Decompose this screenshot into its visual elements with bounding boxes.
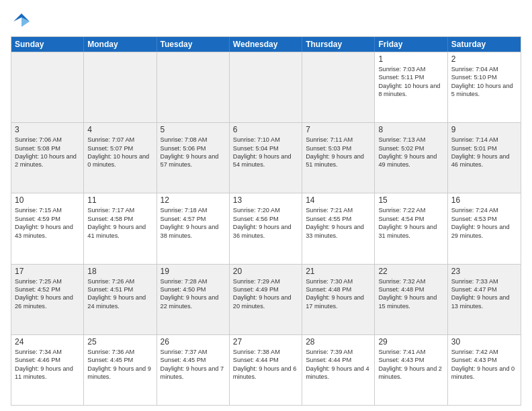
cell-info: Sunrise: 7:06 AM Sunset: 5:08 PM Dayligh… xyxy=(15,136,80,169)
calendar-cell: 1Sunrise: 7:03 AM Sunset: 5:11 PM Daylig… xyxy=(375,52,447,122)
day-number: 7 xyxy=(306,125,371,134)
cell-info: Sunrise: 7:38 AM Sunset: 4:44 PM Dayligh… xyxy=(233,348,298,381)
calendar-cell: 21Sunrise: 7:30 AM Sunset: 4:48 PM Dayli… xyxy=(302,265,375,334)
day-number: 23 xyxy=(451,267,517,276)
cell-info: Sunrise: 7:04 AM Sunset: 5:10 PM Dayligh… xyxy=(451,65,517,99)
cell-info: Sunrise: 7:37 AM Sunset: 4:45 PM Dayligh… xyxy=(161,348,226,381)
day-number: 16 xyxy=(451,195,517,205)
day-number: 2 xyxy=(451,54,517,64)
header-day-tuesday: Tuesday xyxy=(157,37,230,52)
day-number: 8 xyxy=(378,125,443,134)
cell-info: Sunrise: 7:18 AM Sunset: 4:57 PM Dayligh… xyxy=(161,206,226,240)
cell-info: Sunrise: 7:26 AM Sunset: 4:51 PM Dayligh… xyxy=(87,277,152,311)
calendar-row-1: 3Sunrise: 7:06 AM Sunset: 5:08 PM Daylig… xyxy=(11,122,521,193)
cell-info: Sunrise: 7:24 AM Sunset: 4:53 PM Dayligh… xyxy=(451,206,517,240)
calendar-cell xyxy=(230,52,302,122)
calendar-row-4: 24Sunrise: 7:34 AM Sunset: 4:46 PM Dayli… xyxy=(11,334,521,405)
calendar-cell: 22Sunrise: 7:32 AM Sunset: 4:48 PM Dayli… xyxy=(375,265,447,334)
cell-info: Sunrise: 7:13 AM Sunset: 5:02 PM Dayligh… xyxy=(378,136,443,169)
logo-icon xyxy=(11,11,32,32)
calendar-cell: 5Sunrise: 7:08 AM Sunset: 5:06 PM Daylig… xyxy=(157,123,230,193)
calendar-cell: 3Sunrise: 7:06 AM Sunset: 5:08 PM Daylig… xyxy=(11,123,84,193)
cell-info: Sunrise: 7:32 AM Sunset: 4:48 PM Dayligh… xyxy=(378,277,443,311)
calendar-cell: 20Sunrise: 7:29 AM Sunset: 4:49 PM Dayli… xyxy=(230,265,302,334)
calendar-cell: 4Sunrise: 7:07 AM Sunset: 5:07 PM Daylig… xyxy=(84,123,157,193)
calendar-cell: 2Sunrise: 7:04 AM Sunset: 5:10 PM Daylig… xyxy=(448,52,521,122)
cell-info: Sunrise: 7:36 AM Sunset: 4:45 PM Dayligh… xyxy=(87,348,152,381)
cell-info: Sunrise: 7:25 AM Sunset: 4:52 PM Dayligh… xyxy=(15,277,80,311)
calendar-cell: 11Sunrise: 7:17 AM Sunset: 4:58 PM Dayli… xyxy=(84,193,157,263)
day-number: 1 xyxy=(378,54,443,64)
day-number: 28 xyxy=(306,337,371,347)
calendar-row-2: 10Sunrise: 7:15 AM Sunset: 4:59 PM Dayli… xyxy=(11,193,521,263)
day-number: 10 xyxy=(15,195,80,205)
cell-info: Sunrise: 7:10 AM Sunset: 5:04 PM Dayligh… xyxy=(233,136,298,169)
cell-info: Sunrise: 7:14 AM Sunset: 5:01 PM Dayligh… xyxy=(451,136,517,169)
day-number: 6 xyxy=(233,125,298,134)
cell-info: Sunrise: 7:41 AM Sunset: 4:43 PM Dayligh… xyxy=(378,348,443,381)
calendar-cell: 16Sunrise: 7:24 AM Sunset: 4:53 PM Dayli… xyxy=(448,193,521,263)
calendar-cell xyxy=(157,52,230,122)
cell-info: Sunrise: 7:11 AM Sunset: 5:03 PM Dayligh… xyxy=(306,136,371,169)
calendar-cell: 30Sunrise: 7:42 AM Sunset: 4:43 PM Dayli… xyxy=(448,335,521,405)
calendar-cell: 17Sunrise: 7:25 AM Sunset: 4:52 PM Dayli… xyxy=(11,265,84,334)
calendar-row-3: 17Sunrise: 7:25 AM Sunset: 4:52 PM Dayli… xyxy=(11,264,521,334)
calendar-cell: 7Sunrise: 7:11 AM Sunset: 5:03 PM Daylig… xyxy=(302,123,375,193)
cell-info: Sunrise: 7:21 AM Sunset: 4:55 PM Dayligh… xyxy=(306,206,371,240)
header-day-saturday: Saturday xyxy=(448,37,521,52)
day-number: 27 xyxy=(233,337,298,347)
calendar-cell: 19Sunrise: 7:28 AM Sunset: 4:50 PM Dayli… xyxy=(157,265,230,334)
day-number: 25 xyxy=(87,337,152,347)
cell-info: Sunrise: 7:34 AM Sunset: 4:46 PM Dayligh… xyxy=(15,348,80,381)
calendar-cell xyxy=(11,52,84,122)
calendar-cell: 25Sunrise: 7:36 AM Sunset: 4:45 PM Dayli… xyxy=(84,335,157,405)
calendar-cell: 24Sunrise: 7:34 AM Sunset: 4:46 PM Dayli… xyxy=(11,335,84,405)
calendar-cell: 28Sunrise: 7:39 AM Sunset: 4:44 PM Dayli… xyxy=(302,335,375,405)
calendar-cell: 12Sunrise: 7:18 AM Sunset: 4:57 PM Dayli… xyxy=(157,193,230,263)
day-number: 24 xyxy=(15,337,80,347)
calendar-cell: 10Sunrise: 7:15 AM Sunset: 4:59 PM Dayli… xyxy=(11,193,84,263)
calendar-cell: 27Sunrise: 7:38 AM Sunset: 4:44 PM Dayli… xyxy=(230,335,302,405)
cell-info: Sunrise: 7:33 AM Sunset: 4:47 PM Dayligh… xyxy=(451,277,517,311)
calendar-row-0: 1Sunrise: 7:03 AM Sunset: 5:11 PM Daylig… xyxy=(11,52,521,122)
page: SundayMondayTuesdayWednesdayThursdayFrid… xyxy=(0,0,532,411)
cell-info: Sunrise: 7:08 AM Sunset: 5:06 PM Dayligh… xyxy=(161,136,226,169)
calendar-cell: 6Sunrise: 7:10 AM Sunset: 5:04 PM Daylig… xyxy=(230,123,302,193)
header-day-sunday: Sunday xyxy=(11,37,84,52)
calendar-cell: 26Sunrise: 7:37 AM Sunset: 4:45 PM Dayli… xyxy=(157,335,230,405)
header-day-friday: Friday xyxy=(375,37,447,52)
calendar-cell xyxy=(302,52,375,122)
day-number: 13 xyxy=(233,195,298,205)
header xyxy=(11,8,521,32)
cell-info: Sunrise: 7:29 AM Sunset: 4:49 PM Dayligh… xyxy=(233,277,298,311)
header-day-monday: Monday xyxy=(84,37,157,52)
calendar-body: 1Sunrise: 7:03 AM Sunset: 5:11 PM Daylig… xyxy=(11,52,521,405)
day-number: 14 xyxy=(306,195,371,205)
calendar-cell xyxy=(84,52,157,122)
day-number: 11 xyxy=(87,195,152,205)
header-day-thursday: Thursday xyxy=(302,37,375,52)
cell-info: Sunrise: 7:42 AM Sunset: 4:43 PM Dayligh… xyxy=(451,348,517,381)
cell-info: Sunrise: 7:28 AM Sunset: 4:50 PM Dayligh… xyxy=(161,277,226,311)
calendar-cell: 29Sunrise: 7:41 AM Sunset: 4:43 PM Dayli… xyxy=(375,335,447,405)
day-number: 30 xyxy=(451,337,517,347)
cell-info: Sunrise: 7:03 AM Sunset: 5:11 PM Dayligh… xyxy=(378,65,443,99)
logo xyxy=(11,11,35,32)
day-number: 20 xyxy=(233,267,298,276)
day-number: 26 xyxy=(161,337,226,347)
calendar: SundayMondayTuesdayWednesdayThursdayFrid… xyxy=(11,36,521,406)
cell-info: Sunrise: 7:07 AM Sunset: 5:07 PM Dayligh… xyxy=(87,136,152,169)
calendar-cell: 13Sunrise: 7:20 AM Sunset: 4:56 PM Dayli… xyxy=(230,193,302,263)
day-number: 29 xyxy=(378,337,443,347)
day-number: 19 xyxy=(161,267,226,276)
cell-info: Sunrise: 7:20 AM Sunset: 4:56 PM Dayligh… xyxy=(233,206,298,240)
day-number: 21 xyxy=(306,267,371,276)
calendar-cell: 9Sunrise: 7:14 AM Sunset: 5:01 PM Daylig… xyxy=(448,123,521,193)
day-number: 18 xyxy=(87,267,152,276)
day-number: 15 xyxy=(378,195,443,205)
day-number: 5 xyxy=(161,125,226,134)
day-number: 17 xyxy=(15,267,80,276)
day-number: 12 xyxy=(161,195,226,205)
calendar-cell: 23Sunrise: 7:33 AM Sunset: 4:47 PM Dayli… xyxy=(448,265,521,334)
cell-info: Sunrise: 7:22 AM Sunset: 4:54 PM Dayligh… xyxy=(378,206,443,240)
